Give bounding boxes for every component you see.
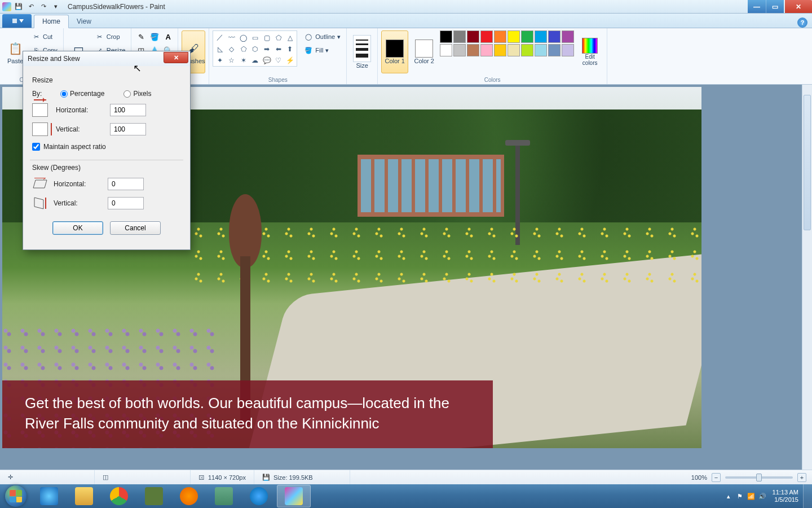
taskbar-firefox[interactable] [172, 485, 206, 507]
taskbar-mediaplayer[interactable] [242, 485, 276, 507]
maintain-aspect-checkbox[interactable]: Maintain aspect ratio [32, 143, 181, 151]
skew-vertical-input[interactable] [108, 197, 144, 209]
color-swatch[interactable] [453, 44, 466, 56]
resize-v-label: Vertical: [56, 125, 104, 133]
zoom-slider[interactable] [725, 476, 793, 479]
crop-icon: ✂ [95, 32, 104, 41]
shape-arrowu-icon[interactable]: ⬆ [285, 43, 296, 54]
taskbar-app2[interactable] [207, 485, 241, 507]
shape-heart-icon[interactable]: ♡ [273, 55, 284, 65]
color-swatch[interactable] [562, 30, 574, 43]
color-swatch[interactable] [467, 44, 479, 56]
color-swatch[interactable] [535, 30, 547, 43]
resize-vertical-input[interactable] [110, 123, 146, 135]
window-minimize-button[interactable]: — [748, 0, 766, 13]
qat-redo-icon[interactable]: ↷ [38, 2, 48, 12]
taskbar-chrome[interactable] [102, 485, 136, 507]
qat-customize-icon[interactable]: ▾ [51, 2, 61, 12]
zoom-in-button[interactable]: + [797, 473, 806, 482]
color-swatch[interactable] [440, 30, 452, 43]
taskbar-ie[interactable] [32, 485, 66, 507]
color-swatch[interactable] [494, 44, 506, 56]
shape-arrowr-icon[interactable]: ➡ [261, 43, 272, 54]
radio-percentage[interactable]: Percentage [60, 90, 104, 98]
start-button[interactable] [0, 484, 32, 508]
shape-line-icon[interactable]: ／ [214, 32, 226, 43]
tray-flag-icon[interactable]: ⚑ [734, 493, 745, 500]
color-swatch[interactable] [467, 30, 479, 43]
color-swatch[interactable] [480, 44, 493, 56]
crop-button[interactable]: ✂Crop [93, 30, 128, 43]
ok-button[interactable]: OK [52, 221, 103, 235]
window-close-button[interactable]: ✕ [785, 0, 812, 13]
skew-horizontal-input[interactable] [108, 178, 144, 190]
tray-volume-icon[interactable]: 🔊 [757, 493, 768, 500]
shape-arrowl-icon[interactable]: ⬅ [273, 43, 284, 54]
qat-undo-icon[interactable]: ↶ [26, 2, 36, 12]
file-menu-button[interactable] [2, 14, 32, 28]
taskbar-app1[interactable] [137, 485, 171, 507]
color-swatch[interactable] [494, 30, 506, 43]
shape-rect-icon[interactable]: ▭ [249, 32, 261, 43]
taskbar-explorer[interactable] [67, 485, 101, 507]
color-swatch[interactable] [548, 30, 561, 43]
qat-save-icon[interactable]: 💾 [14, 2, 24, 12]
window-maximize-button[interactable]: ▭ [766, 0, 784, 13]
vertical-scrollbar[interactable] [802, 85, 812, 470]
color-swatch[interactable] [535, 44, 547, 56]
color2-button[interactable]: Color 2 [411, 30, 438, 73]
help-icon[interactable]: ? [797, 17, 807, 28]
shape-callout-icon[interactable]: ☁ [249, 55, 261, 65]
dialog-close-button[interactable]: ✕ [164, 52, 188, 63]
shapes-gallery[interactable]: ／ 〰 ◯ ▭ ▢ ⬠ △ ◺ ◇ ⬠ ⬡ ➡ ⬅ ⬆ ✦ ☆ ✶ ☁ 💬 ♡ [213, 30, 297, 67]
radio-pixels[interactable]: Pixels [123, 90, 151, 98]
text-tool[interactable]: A [162, 30, 174, 43]
shape-star6-icon[interactable]: ✶ [238, 55, 249, 65]
pencil-tool[interactable]: ✎ [135, 30, 147, 43]
color-swatch[interactable] [562, 44, 574, 56]
shape-pentagon-icon[interactable]: ⬠ [238, 43, 249, 54]
cancel-button[interactable]: Cancel [110, 221, 161, 235]
resize-horizontal-input[interactable] [110, 104, 146, 116]
edit-colors-button[interactable]: Edit colors [576, 30, 603, 73]
tab-home[interactable]: Home [34, 15, 69, 28]
color-swatch[interactable] [548, 44, 561, 56]
resize-h-icon [32, 103, 48, 117]
color-swatch[interactable] [480, 30, 493, 43]
color-swatch[interactable] [508, 44, 520, 56]
shape-star4-icon[interactable]: ✦ [214, 55, 226, 65]
shape-triangle-icon[interactable]: △ [285, 32, 296, 43]
shape-hexagon-icon[interactable]: ⬡ [249, 43, 261, 54]
size-button[interactable]: Size [350, 30, 374, 73]
color-swatch[interactable] [521, 44, 533, 56]
color1-button[interactable]: Color 1 [381, 30, 408, 73]
tray-network-icon[interactable]: 📶 [745, 493, 757, 500]
color-swatch[interactable] [453, 30, 466, 43]
zoom-out-button[interactable]: − [712, 473, 721, 482]
shape-rtriangle-icon[interactable]: ◺ [214, 43, 226, 54]
cut-label: Cut [43, 33, 52, 40]
show-desktop-button[interactable] [803, 484, 812, 508]
color-swatch[interactable] [440, 44, 452, 56]
cut-button[interactable]: ✂Cut [29, 30, 60, 43]
shape-star5-icon[interactable]: ☆ [226, 55, 237, 65]
shape-outline-button[interactable]: ◯Outline ▾ [302, 30, 343, 43]
shape-roundrect-icon[interactable]: ▢ [261, 32, 272, 43]
zoom-slider-thumb[interactable] [756, 474, 762, 481]
shape-diamond-icon[interactable]: ◇ [226, 43, 237, 54]
scrollbar-thumb[interactable] [804, 95, 811, 230]
shape-fill-button[interactable]: 🪣Fill ▾ [302, 44, 343, 56]
shape-lightning-icon[interactable]: ⚡ [285, 55, 296, 65]
fill-tool[interactable]: 🪣 [148, 30, 161, 43]
shape-callout2-icon[interactable]: 💬 [261, 55, 272, 65]
shape-oval-icon[interactable]: ◯ [238, 32, 249, 43]
tray-up-icon[interactable]: ▴ [723, 493, 734, 500]
shape-curve-icon[interactable]: 〰 [226, 32, 237, 43]
dialog-titlebar[interactable]: Resize and Skew ✕ [23, 51, 190, 66]
color-swatch[interactable] [508, 30, 520, 43]
taskbar-paint[interactable] [277, 485, 311, 507]
color-swatch[interactable] [521, 30, 533, 43]
shape-polygon-icon[interactable]: ⬠ [273, 32, 284, 43]
tab-view[interactable]: View [69, 15, 99, 28]
tray-clock[interactable]: 11:13 AM 1/5/2015 [768, 489, 803, 503]
